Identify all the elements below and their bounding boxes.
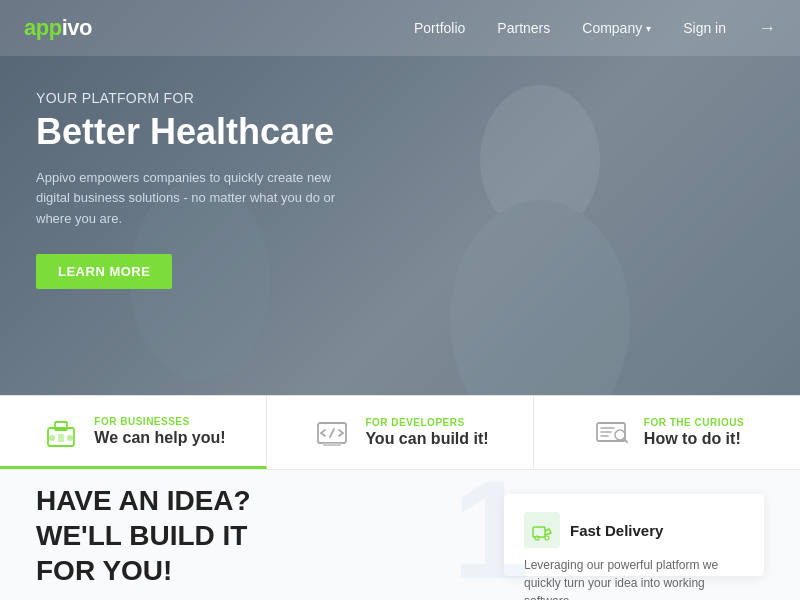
logo-app-text: app: [24, 15, 62, 41]
tab-developers-text: FOR DEVELOPERS You can build it!: [365, 417, 488, 448]
svg-point-5: [49, 435, 55, 441]
logo-ivo-text: ivo: [62, 15, 92, 41]
card-title: Fast Delivery: [570, 522, 663, 539]
businesses-icon: [40, 410, 82, 452]
svg-line-9: [330, 429, 334, 437]
bottom-left: HAVE AN IDEA? WE'LL BUILD IT FOR YOU!: [36, 494, 472, 576]
learn-more-button[interactable]: LEARN MORE: [36, 254, 172, 289]
hero-section: appivo Portfolio Partners Company ▾ Sign…: [0, 0, 800, 395]
curious-icon: [590, 412, 632, 454]
arrow-icon: →: [758, 18, 776, 39]
fast-delivery-icon: [524, 512, 560, 548]
tab-curious-label: FOR THE CURIOUS: [644, 417, 744, 428]
developers-icon: [311, 412, 353, 454]
tab-businesses-text: FOR BUSINESSES We can help you!: [94, 416, 225, 447]
nav-signin-link[interactable]: Sign in: [683, 20, 726, 36]
tab-developers-desc: You can build it!: [365, 430, 488, 448]
svg-rect-6: [58, 434, 64, 442]
feature-tabs: FOR BUSINESSES We can help you! FOR DEVE…: [0, 395, 800, 470]
hero-description: Appivo empowers companies to quickly cre…: [36, 168, 336, 230]
svg-point-7: [67, 435, 73, 441]
svg-rect-10: [323, 443, 341, 446]
logo[interactable]: appivo: [24, 15, 92, 41]
tab-businesses[interactable]: FOR BUSINESSES We can help you!: [0, 396, 267, 469]
svg-point-1: [450, 200, 630, 395]
svg-rect-17: [533, 527, 545, 537]
card-header: Fast Delivery: [524, 512, 744, 548]
hero-subtitle: YOUR PLATFORM FOR: [36, 90, 336, 106]
nav-portfolio-link[interactable]: Portfolio: [414, 20, 465, 36]
navbar: appivo Portfolio Partners Company ▾ Sign…: [0, 0, 800, 56]
tab-developers-label: FOR DEVELOPERS: [365, 417, 488, 428]
svg-point-19: [545, 536, 549, 540]
hero-title: Better Healthcare: [36, 112, 336, 152]
svg-point-18: [535, 536, 539, 540]
chevron-down-icon: ▾: [646, 23, 651, 34]
nav-partners-link[interactable]: Partners: [497, 20, 550, 36]
tab-curious[interactable]: FOR THE CURIOUS How to do it!: [534, 396, 800, 469]
bottom-section: 1 HAVE AN IDEA? WE'LL BUILD IT FOR YOU! …: [0, 470, 800, 600]
feature-card: Fast Delivery Leveraging our powerful pl…: [504, 494, 764, 576]
card-description: Leveraging our powerful platform we quic…: [524, 556, 744, 600]
tab-businesses-desc: We can help you!: [94, 429, 225, 447]
nav-company-link[interactable]: Company ▾: [582, 20, 651, 36]
nav-links: Portfolio Partners Company ▾ Sign in →: [414, 18, 776, 39]
hero-content: YOUR PLATFORM FOR Better Healthcare Appi…: [36, 90, 336, 289]
tab-curious-desc: How to do it!: [644, 430, 744, 448]
bottom-headline: HAVE AN IDEA? WE'LL BUILD IT FOR YOU!: [36, 483, 472, 588]
tab-curious-text: FOR THE CURIOUS How to do it!: [644, 417, 744, 448]
tab-developers[interactable]: FOR DEVELOPERS You can build it!: [267, 396, 534, 469]
tab-businesses-label: FOR BUSINESSES: [94, 416, 225, 427]
